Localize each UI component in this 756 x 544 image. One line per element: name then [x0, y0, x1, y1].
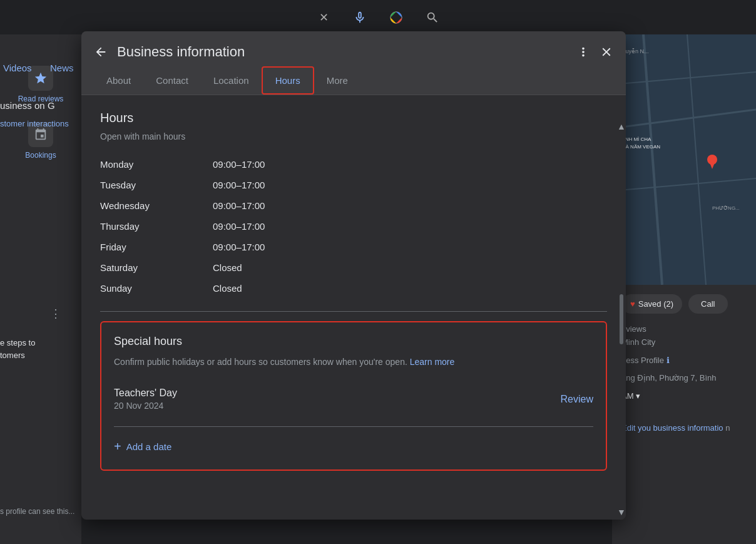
- table-row: Monday 09:00–17:00: [100, 154, 607, 175]
- business-info-modal: Business information About Contact Locat…: [81, 31, 626, 520]
- search-icon[interactable]: [424, 9, 441, 26]
- special-hours-description: Confirm public holidays or add hours so …: [114, 356, 593, 369]
- business-on-text: usiness on G: [0, 100, 55, 111]
- info-icon[interactable]: ℹ: [667, 356, 670, 365]
- hours-saturday: Closed: [213, 262, 242, 273]
- top-bar: ✕: [0, 0, 756, 34]
- hours-wednesday: 09:00–17:00: [213, 200, 265, 211]
- scroll-down-arrow[interactable]: ▼: [617, 507, 626, 517]
- table-row: Friday 09:00–17:00: [100, 237, 607, 257]
- tomers-text: tomers: [0, 351, 25, 360]
- claim-text: n: [725, 423, 730, 433]
- modal-title: Business information: [117, 44, 576, 60]
- hours-sunday: Closed: [213, 283, 242, 294]
- day-tuesday: Tuesday: [100, 180, 213, 190]
- saved-button[interactable]: ♥ Saved (2): [621, 294, 682, 314]
- am-dropdown[interactable]: AM ▾: [621, 390, 747, 403]
- hours-friday: 09:00–17:00: [213, 242, 265, 252]
- news-link[interactable]: News: [50, 63, 74, 73]
- business-profile-label: ness Profile: [621, 356, 667, 365]
- day-monday: Monday: [100, 159, 213, 170]
- svg-rect-1: [612, 34, 756, 285]
- plus-icon: +: [114, 439, 121, 454]
- claim-link[interactable]: Edit you business informatio: [621, 423, 723, 433]
- colorwheel-icon[interactable]: [387, 9, 405, 26]
- saved-call-bar: ♥ Saved (2) Call: [621, 294, 747, 314]
- day-thursday: Thursday: [100, 221, 213, 232]
- table-row: Sunday Closed: [100, 278, 607, 299]
- add-date-button[interactable]: + Add a date: [114, 436, 171, 457]
- address-text: àng Định, Phường 7, Bình: [621, 372, 747, 385]
- reviews-text: eviews: [621, 323, 747, 336]
- modal-overlay: Business information About Contact Locat…: [81, 31, 626, 532]
- hours-table: Monday 09:00–17:00 Tuesday 09:00–17:00 W…: [100, 154, 607, 299]
- tab-more[interactable]: More: [314, 66, 360, 95]
- videos-link[interactable]: Videos: [3, 63, 32, 73]
- table-row: Saturday Closed: [100, 257, 607, 278]
- left-sidebar: Read reviews Bookings: [0, 34, 81, 544]
- hours-tuesday: 09:00–17:00: [213, 180, 265, 190]
- close-icon[interactable]: ✕: [315, 9, 332, 26]
- holiday-date: 20 Nov 2024: [114, 401, 177, 411]
- open-status: Open with main hours: [100, 131, 607, 141]
- learn-more-link[interactable]: Learn more: [410, 357, 455, 367]
- tab-nav: About Contact Location Hours More: [81, 66, 626, 95]
- holiday-row: Teachers' Day 20 Nov 2024 Review: [114, 381, 593, 417]
- microphone-icon[interactable]: [351, 9, 369, 26]
- svg-text:PHƯỜNG...: PHƯỜNG...: [712, 205, 740, 211]
- read-reviews-icon: [28, 66, 53, 91]
- review-link[interactable]: Review: [561, 394, 593, 405]
- scroll-up-arrow[interactable]: ▲: [617, 121, 626, 131]
- day-saturday: Saturday: [100, 262, 213, 273]
- heart-icon: ♥: [630, 299, 635, 309]
- right-panel: ♥ Saved (2) Call eviews Minh City ness P…: [612, 285, 756, 544]
- hours-thursday: 09:00–17:00: [213, 221, 265, 232]
- day-sunday: Sunday: [100, 283, 213, 294]
- table-row: Wednesday 09:00–17:00: [100, 195, 607, 216]
- right-info: eviews Minh City ness Profile ℹ àng Định…: [621, 323, 747, 435]
- tab-about[interactable]: About: [94, 66, 143, 95]
- back-button[interactable]: [94, 45, 108, 59]
- day-friday: Friday: [100, 242, 213, 252]
- tab-location[interactable]: Location: [201, 66, 262, 95]
- more-options-button[interactable]: [576, 45, 590, 59]
- scrollbar[interactable]: ▲ ▼: [617, 119, 626, 520]
- hours-monday: 09:00–17:00: [213, 159, 265, 170]
- customer-interactions-text[interactable]: stomer interactions: [0, 119, 69, 128]
- divider: [100, 311, 607, 312]
- call-button[interactable]: Call: [688, 294, 727, 314]
- modal-content: Hours Open with main hours Monday 09:00–…: [81, 95, 626, 486]
- sidebar-item-bookings-label: Bookings: [25, 151, 56, 160]
- add-date-label: Add a date: [126, 441, 172, 452]
- left-panel-more-icon[interactable]: ⋮: [50, 307, 61, 321]
- steps-text: e steps to: [0, 338, 35, 347]
- modal-header: Business information: [81, 31, 626, 66]
- special-hours-title: Special hours: [114, 335, 593, 348]
- special-hours-section: Special hours Confirm public holidays or…: [100, 321, 607, 471]
- table-row: Thursday 09:00–17:00: [100, 216, 607, 237]
- profile-note-text: s profile can see this...: [0, 507, 74, 516]
- day-wednesday: Wednesday: [100, 200, 213, 211]
- hours-section-title: Hours: [100, 111, 607, 125]
- tab-contact[interactable]: Contact: [143, 66, 201, 95]
- city-text: Minh City: [621, 336, 747, 349]
- scroll-thumb[interactable]: [620, 294, 623, 344]
- special-hours-divider: [114, 426, 593, 427]
- table-row: Tuesday 09:00–17:00: [100, 175, 607, 195]
- holiday-name: Teachers' Day: [114, 387, 177, 399]
- tab-hours[interactable]: Hours: [262, 66, 314, 95]
- close-modal-button[interactable]: [600, 45, 613, 59]
- holiday-info: Teachers' Day 20 Nov 2024: [114, 387, 177, 411]
- map-area: Nguyễn N... BÁNH MÌ CHA NHÀ NĂM VEGAN PH…: [612, 34, 756, 285]
